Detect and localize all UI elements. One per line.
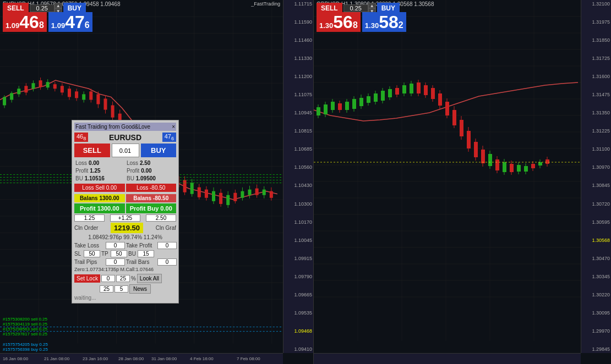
left-bid-prefix: 1.09 xyxy=(6,21,19,30)
left-price-display: 1.09 46 8 1.09 47 6 xyxy=(3,12,92,32)
right-bid-big: 56 xyxy=(333,13,353,31)
right-bid-prefix: 1.30 xyxy=(319,21,333,30)
left-news-btn[interactable]: News xyxy=(129,284,151,294)
left-setlock-btn[interactable]: Set Lock xyxy=(74,274,100,283)
left-bid-display: 468 xyxy=(74,133,88,142)
left-bu-label: BU xyxy=(128,251,137,257)
left-buy-bu: BU 1.09500 xyxy=(126,175,176,182)
left-ask-sup: 6 xyxy=(85,20,90,30)
right-date-axis xyxy=(314,353,581,364)
right-ask-box: 1.30 58 2 xyxy=(362,12,406,32)
left-ask-big: 47 xyxy=(65,13,85,31)
left-input-3[interactable] xyxy=(146,214,176,222)
order-6: #1575756398 buy 0.25 xyxy=(3,347,48,352)
left-panel-title: Fast Traiding from Good&Love × xyxy=(74,123,176,131)
order-1: #1575308200 sell 0.25 xyxy=(3,317,47,322)
left-bid-box: 1.09 46 8 xyxy=(3,12,47,32)
order-2: #1575304119 sell 0.25 xyxy=(3,322,47,327)
left-sell-profit: Profit 1.25 xyxy=(74,167,125,174)
left-trading-panel: Fast Traiding from Good&Love × 468 EURUS… xyxy=(72,120,179,304)
left-buy-loss: Loss 2.50 xyxy=(126,159,176,167)
left-balans-left: Balans 1300.00 xyxy=(74,194,125,202)
left-take-loss-input[interactable] xyxy=(106,242,125,249)
left-trail-row: Trail Pips Trail Bars xyxy=(74,258,176,266)
right-chart-svg xyxy=(314,0,581,341)
left-panel-lot-input[interactable] xyxy=(112,144,139,157)
left-loss-sell-btn[interactable]: Loss Sell 0.00 xyxy=(74,184,125,192)
order-3: #1575298563 sell 0.25 xyxy=(3,327,47,332)
left-bid-big: 46 xyxy=(19,13,39,31)
left-bottom-input-1[interactable] xyxy=(100,285,113,293)
left-input-1[interactable] xyxy=(74,214,105,222)
left-profit-row: Profit 1300.00 Profit Buy 0.00 xyxy=(74,203,176,213)
left-price-axis: 1.11715 1.11590 1.11460 1.11330 1.11200 … xyxy=(283,0,313,353)
left-percent-row: 1.08492:976p 99.74% 11.24% xyxy=(74,234,176,240)
left-panel-close[interactable]: × xyxy=(172,124,175,130)
left-sell-buy-row: SELL BUY xyxy=(74,144,176,157)
left-sl-input[interactable] xyxy=(84,250,100,257)
left-sell-loss: Loss 0.00 xyxy=(74,159,125,167)
left-ask-prefix: 1.09 xyxy=(51,21,65,30)
left-loss-row: Loss Sell 0.00 Loss -80.50 xyxy=(74,184,176,193)
left-input-row xyxy=(74,214,176,222)
left-sell-bu: BU 1.10516 xyxy=(74,175,125,182)
order-5: #1575754205 buy 0.25 xyxy=(3,342,48,347)
left-profit-buy: Profit Buy 0.00 xyxy=(126,203,177,213)
right-spread-up[interactable]: ▲ xyxy=(368,3,376,8)
left-orders-top: #1575308200 sell 0.25 #1575304119 sell 0… xyxy=(3,317,47,337)
left-setlock-input[interactable] xyxy=(101,275,115,282)
left-percent-sign: % xyxy=(131,275,136,282)
left-cln-value: 1219.50 xyxy=(111,223,143,233)
left-cln-graf-label: Cln Graf xyxy=(156,225,176,231)
left-tp-label: TP xyxy=(101,251,110,257)
left-currency-row: 468 EURUSD 476 xyxy=(74,133,176,142)
right-chart: GBPUSD,H1 1.30806 1.30809 1.30568 1.3056… xyxy=(314,0,611,364)
left-chart: EURUSD,H4 1.09578 1.09759 1.09458 1.0946… xyxy=(0,0,314,364)
left-bottom-input-2[interactable] xyxy=(114,285,128,293)
left-spread-up[interactable]: ▲ xyxy=(54,3,62,8)
left-cln-order-label: Cln Order xyxy=(74,225,98,231)
left-zero-row: Zero:1.07734:1735p M.Call:1.07646 xyxy=(74,267,176,272)
left-ask-box: 1.09 47 6 xyxy=(48,12,92,32)
left-take-loss-label: Take Loss xyxy=(74,242,105,249)
right-ask-prefix: 1.30 xyxy=(365,21,379,30)
left-spread-input[interactable] xyxy=(30,4,54,12)
order-4: #1575297817 sell 0.25 xyxy=(3,332,47,337)
left-tp-input[interactable] xyxy=(111,250,127,257)
left-sl-row: SL TP BU xyxy=(74,250,176,257)
left-date-axis: 16 Jan 08:00 21 Jan 08:00 23 Jan 16:00 2… xyxy=(0,353,283,364)
left-sl-label: SL xyxy=(74,251,83,257)
right-price-axis: 1.32100 1.31975 1.31850 1.31725 1.31600 … xyxy=(581,0,611,353)
right-spread-input[interactable] xyxy=(343,4,368,12)
left-panel-buy-btn[interactable]: BUY xyxy=(141,144,177,157)
right-ask-big: 58 xyxy=(379,13,399,31)
left-ask-display: 476 xyxy=(162,133,176,142)
left-setlock-pct-input[interactable] xyxy=(116,275,130,282)
left-take-profit-input[interactable] xyxy=(157,242,177,249)
left-balans-right: Balans -80.50 xyxy=(126,194,177,202)
left-take-loss-row: Take Loss Take Profit xyxy=(74,242,176,249)
left-panel-sell-btn[interactable]: SELL xyxy=(74,144,110,157)
left-trail-bars-input[interactable] xyxy=(157,258,177,266)
right-ask-sup: 2 xyxy=(399,20,403,30)
left-trail-pips-label: Trail Pips xyxy=(74,259,105,265)
left-take-profit-label: Take Profit xyxy=(126,242,156,249)
left-orders-bottom: #1575754205 buy 0.25 #1575756398 buy 0.2… xyxy=(3,342,48,352)
left-waiting-label: waiting... xyxy=(74,295,176,301)
left-setlock-row: Set Lock % Look All xyxy=(74,274,176,283)
left-input-2[interactable] xyxy=(110,214,140,222)
left-trail-pips-input[interactable] xyxy=(106,258,125,266)
left-lookall-btn[interactable]: Look All xyxy=(137,274,162,283)
left-bottom-row: News xyxy=(74,284,176,294)
left-panel-stats: Loss 0.00 Loss 2.50 Profit 1.25 Profit 0… xyxy=(74,159,176,182)
left-balans-row: Balans 1300.00 Balans -80.50 xyxy=(74,194,176,202)
left-bu-input[interactable] xyxy=(138,250,154,257)
left-bid-sup: 8 xyxy=(39,20,44,30)
right-bid-box: 1.30 56 8 xyxy=(317,12,361,32)
left-profit-left: Profit 1300.00 xyxy=(74,203,125,213)
left-buy-profit: Profit 0.00 xyxy=(126,167,176,174)
right-price-display: 1.30 56 8 1.30 58 2 xyxy=(317,12,406,32)
left-trail-bars-label: Trail Bars xyxy=(126,259,156,265)
left-currency-name: EURUSD xyxy=(109,133,141,142)
left-loss-buy-btn[interactable]: Loss -80.50 xyxy=(126,184,177,192)
